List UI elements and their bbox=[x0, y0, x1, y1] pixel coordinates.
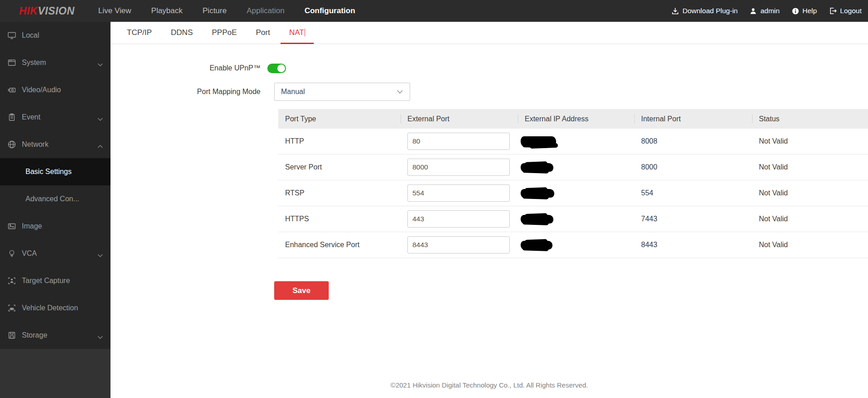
external-port-input[interactable] bbox=[407, 133, 510, 150]
status-cell: Not Valid bbox=[752, 129, 868, 154]
sidebar-item-label: VCA bbox=[22, 249, 37, 258]
port-mapping-mode-label: Port Mapping Mode bbox=[110, 88, 261, 96]
topbar-utilities: Download Plug-in admin Help Logout bbox=[671, 7, 862, 15]
status-cell: Not Valid bbox=[752, 154, 868, 180]
sidebar-item-system[interactable]: System bbox=[0, 49, 110, 76]
nav-application[interactable]: Application bbox=[236, 0, 294, 22]
sidebar-item-vehicle-detection[interactable]: Vehicle Detection bbox=[0, 294, 110, 322]
internal-port-cell: 8443 bbox=[634, 232, 752, 258]
sidebar-item-target-capture[interactable]: Target Capture bbox=[0, 267, 110, 294]
help-button[interactable]: Help bbox=[792, 7, 817, 15]
tab-tcpip[interactable]: TCP/IP bbox=[117, 22, 161, 44]
hikvision-logo: HIKVISION bbox=[19, 5, 75, 17]
redacted-ip bbox=[521, 136, 556, 146]
user-menu[interactable]: admin bbox=[749, 7, 779, 15]
sidebar-item-event[interactable]: Event bbox=[0, 104, 110, 131]
redacted-ip bbox=[521, 215, 553, 224]
sidebar-item-label: Network bbox=[22, 140, 49, 149]
vehicle-icon bbox=[7, 303, 16, 313]
status-cell: Not Valid bbox=[752, 206, 868, 232]
sidebar-item-label: Image bbox=[22, 222, 42, 230]
storage-icon bbox=[7, 331, 16, 340]
sidebar-item-video-audio[interactable]: Video/Audio bbox=[0, 76, 110, 104]
sidebar-item-label: Video/Audio bbox=[22, 86, 61, 94]
external-port-input[interactable] bbox=[407, 210, 510, 228]
system-icon bbox=[7, 58, 16, 67]
external-port-input[interactable] bbox=[407, 159, 510, 176]
sidebar-item-image[interactable]: Image bbox=[0, 213, 110, 240]
sidebar-item-label: Local bbox=[22, 31, 39, 40]
tab-nat[interactable]: NAT bbox=[280, 22, 315, 44]
logout-icon bbox=[829, 7, 837, 15]
copyright-footer: ©2021 Hikvision Digital Technology Co., … bbox=[110, 381, 868, 389]
save-button[interactable]: Save bbox=[274, 281, 329, 300]
toggle-knob bbox=[277, 65, 285, 72]
port-type-cell: Server Port bbox=[278, 154, 401, 180]
sidebar-item-label: Target Capture bbox=[22, 277, 70, 285]
port-mapping-mode-select[interactable]: Manual bbox=[274, 83, 410, 101]
redacted-ip bbox=[521, 241, 552, 249]
column-header-external-port: External Port bbox=[401, 109, 518, 129]
sidebar-item-network[interactable]: Network bbox=[0, 131, 110, 158]
tab-nat-label: NAT bbox=[289, 28, 304, 37]
enable-upnp-toggle[interactable] bbox=[267, 64, 286, 73]
sidebar-item-storage[interactable]: Storage bbox=[0, 322, 110, 349]
help-label: Help bbox=[803, 7, 817, 15]
globe-icon bbox=[7, 140, 16, 149]
username-label: admin bbox=[760, 7, 779, 15]
camera-icon bbox=[7, 85, 16, 95]
sidebar-item-label: Advanced Con... bbox=[25, 195, 79, 203]
clipboard-icon bbox=[7, 113, 16, 122]
nav-configuration[interactable]: Configuration bbox=[295, 0, 365, 22]
external-port-input[interactable] bbox=[407, 236, 510, 254]
enable-upnp-label: Enable UPnP™ bbox=[110, 64, 261, 72]
user-icon bbox=[749, 7, 757, 15]
internal-port-cell: 8000 bbox=[634, 154, 752, 180]
chevron-down-icon bbox=[97, 251, 103, 259]
redacted-ip bbox=[521, 189, 554, 198]
nav-picture[interactable]: Picture bbox=[193, 0, 237, 22]
sidebar-item-advanced-configuration[interactable]: Advanced Con... bbox=[0, 185, 110, 213]
internal-port-cell: 8008 bbox=[634, 129, 752, 154]
sidebar-item-vca[interactable]: VCA bbox=[0, 240, 110, 267]
sidebar-item-local[interactable]: Local bbox=[0, 22, 110, 49]
port-type-cell: Enhanced Service Port bbox=[278, 232, 401, 258]
sidebar-menu: Local System Video/Audio Event Network B… bbox=[0, 22, 110, 349]
table-row: Server Port 8000 Not Valid bbox=[278, 154, 868, 180]
sidebar-item-basic-settings[interactable]: Basic Settings bbox=[0, 158, 110, 185]
internal-port-cell: 554 bbox=[634, 180, 752, 206]
sidebar-item-label: Vehicle Detection bbox=[22, 304, 78, 312]
tab-ddns[interactable]: DDNS bbox=[161, 22, 202, 44]
column-header-external-ip: External IP Address bbox=[518, 109, 634, 129]
top-bar: HIKVISION Live View Playback Picture App… bbox=[0, 0, 868, 22]
sidebar-item-label: Basic Settings bbox=[25, 168, 71, 176]
port-type-cell: HTTP bbox=[278, 129, 401, 154]
logout-button[interactable]: Logout bbox=[829, 7, 862, 15]
logout-label: Logout bbox=[840, 7, 862, 15]
column-header-status: Status bbox=[752, 109, 868, 129]
column-header-internal-port: Internal Port bbox=[634, 109, 752, 129]
chevron-down-icon bbox=[396, 88, 403, 96]
enable-upnp-row: Enable UPnP™ bbox=[110, 62, 286, 74]
tab-pppoe[interactable]: PPPoE bbox=[202, 22, 246, 44]
table-row: HTTP 8008 Not Valid bbox=[278, 129, 868, 154]
nav-live-view[interactable]: Live View bbox=[88, 0, 141, 22]
target-person-icon bbox=[7, 276, 16, 285]
main-nav: Live View Playback Picture Application C… bbox=[88, 0, 365, 22]
selected-option: Manual bbox=[281, 88, 396, 96]
download-plugin-button[interactable]: Download Plug-in bbox=[671, 7, 738, 15]
external-port-input[interactable] bbox=[407, 184, 510, 202]
column-header-port-type: Port Type bbox=[278, 109, 401, 129]
chevron-down-icon bbox=[97, 333, 103, 341]
nav-playback[interactable]: Playback bbox=[141, 0, 193, 22]
download-icon bbox=[671, 7, 679, 15]
tab-port[interactable]: Port bbox=[246, 22, 280, 44]
port-mapping-mode-row: Port Mapping Mode Manual bbox=[110, 83, 410, 101]
chevron-down-icon bbox=[97, 60, 103, 69]
table-header: Port Type External Port External IP Addr… bbox=[278, 109, 868, 129]
table-row: RTSP 554 Not Valid bbox=[278, 180, 868, 206]
sidebar: Local System Video/Audio Event Network B… bbox=[0, 22, 110, 398]
status-cell: Not Valid bbox=[752, 180, 868, 206]
table-row: Enhanced Service Port 8443 Not Valid bbox=[278, 232, 868, 258]
download-plugin-label: Download Plug-in bbox=[682, 7, 738, 15]
